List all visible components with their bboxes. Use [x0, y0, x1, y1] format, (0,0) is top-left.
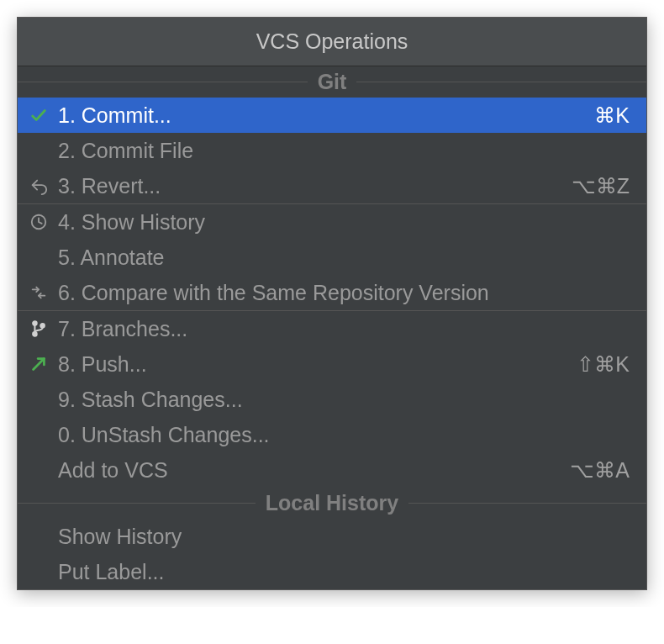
- menu-label: 8. Push...: [58, 352, 560, 377]
- clock-icon: [29, 213, 58, 231]
- menu-item-commit[interactable]: 1. Commit... ⌘K: [18, 98, 646, 133]
- menu-label: 3. Revert...: [58, 174, 555, 198]
- menu-label: 9. Stash Changes...: [58, 388, 613, 412]
- menu-item-annotate[interactable]: 5. Annotate: [18, 240, 646, 275]
- menu-label: 6. Compare with the Same Repository Vers…: [58, 281, 613, 305]
- check-icon: [29, 106, 58, 124]
- menu-label: Show History: [58, 525, 613, 549]
- menu-label: 4. Show History: [58, 210, 613, 235]
- menu-shortcut: ⇧⌘K: [577, 352, 630, 377]
- menu-label: Put Label...: [58, 560, 613, 584]
- popup-title: VCS Operations: [18, 18, 646, 66]
- menu-label: Add to VCS: [58, 458, 553, 483]
- revert-icon: [29, 177, 58, 195]
- menu-item-branches[interactable]: 7. Branches...: [18, 311, 646, 346]
- menu-label: 1. Commit...: [58, 103, 577, 128]
- section-header-local-history: Local History: [18, 488, 646, 519]
- menu-label: 2. Commit File: [58, 139, 613, 163]
- menu-label: 7. Branches...: [58, 317, 613, 341]
- vcs-operations-popup: VCS Operations Git 1. Commit... ⌘K 2. Co…: [17, 17, 647, 590]
- menu-shortcut: ⌘K: [594, 103, 630, 128]
- menu-item-push[interactable]: 8. Push... ⇧⌘K: [18, 346, 646, 382]
- branch-icon: [29, 319, 58, 338]
- menu-item-unstash[interactable]: 0. UnStash Changes...: [18, 417, 646, 452]
- menu-item-add-to-vcs[interactable]: Add to VCS ⌥⌘A: [18, 452, 646, 488]
- section-header-git: Git: [18, 66, 646, 98]
- menu-item-revert[interactable]: 3. Revert... ⌥⌘Z: [18, 168, 646, 203]
- menu-item-local-show-history[interactable]: Show History: [18, 519, 646, 554]
- menu-item-show-history[interactable]: 4. Show History: [18, 204, 646, 240]
- compare-icon: [29, 283, 58, 302]
- menu-item-commit-file[interactable]: 2. Commit File: [18, 133, 646, 168]
- menu-shortcut: ⌥⌘Z: [572, 174, 630, 198]
- menu-label: 5. Annotate: [58, 245, 613, 270]
- menu-item-put-label[interactable]: Put Label...: [18, 554, 646, 589]
- menu-shortcut: ⌥⌘A: [570, 458, 630, 483]
- menu-label: 0. UnStash Changes...: [58, 423, 613, 447]
- menu-item-compare[interactable]: 6. Compare with the Same Repository Vers…: [18, 275, 646, 310]
- push-icon: [29, 355, 58, 373]
- menu-item-stash[interactable]: 9. Stash Changes...: [18, 382, 646, 417]
